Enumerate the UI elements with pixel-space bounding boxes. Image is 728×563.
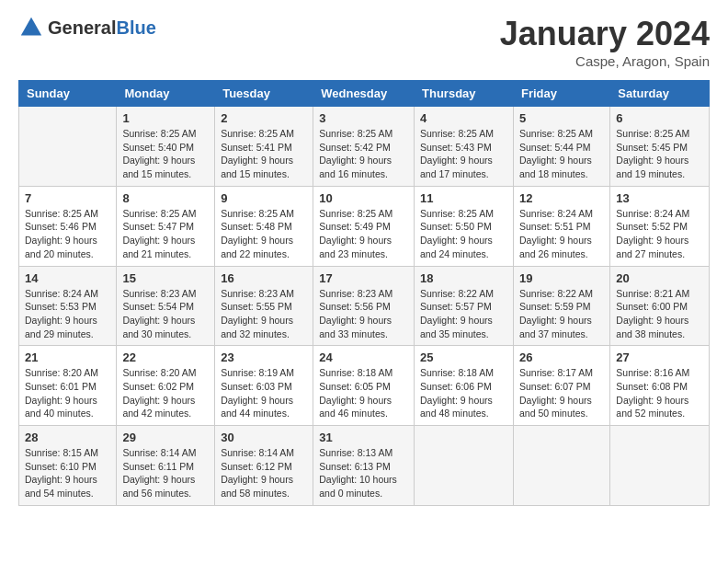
calendar-cell: 10Sunrise: 8:25 AM Sunset: 5:49 PM Dayli… — [313, 186, 415, 266]
logo-text: GeneralBlue — [48, 17, 156, 39]
calendar-cell: 18Sunrise: 8:22 AM Sunset: 5:57 PM Dayli… — [415, 266, 514, 346]
svg-marker-0 — [21, 17, 41, 36]
day-info: Sunrise: 8:25 AM Sunset: 5:48 PM Dayligh… — [221, 207, 307, 261]
header-saturday: Saturday — [610, 81, 710, 107]
calendar-cell: 17Sunrise: 8:23 AM Sunset: 5:56 PM Dayli… — [313, 266, 415, 346]
day-number: 5 — [519, 111, 604, 125]
day-info: Sunrise: 8:16 AM Sunset: 6:08 PM Dayligh… — [616, 366, 703, 420]
calendar-week-5: 28Sunrise: 8:15 AM Sunset: 6:10 PM Dayli… — [19, 426, 710, 506]
day-info: Sunrise: 8:15 AM Sunset: 6:10 PM Dayligh… — [25, 446, 110, 500]
page: GeneralBlue January 2024 Caspe, Aragon, … — [0, 0, 728, 521]
calendar-week-3: 14Sunrise: 8:24 AM Sunset: 5:53 PM Dayli… — [19, 266, 710, 346]
calendar-cell — [610, 426, 710, 506]
day-info: Sunrise: 8:23 AM Sunset: 5:56 PM Dayligh… — [319, 287, 408, 341]
day-number: 27 — [616, 350, 703, 364]
day-info: Sunrise: 8:20 AM Sunset: 6:01 PM Dayligh… — [25, 366, 110, 420]
day-number: 31 — [319, 431, 408, 444]
day-number: 9 — [221, 191, 307, 205]
calendar-cell: 1Sunrise: 8:25 AM Sunset: 5:40 PM Daylig… — [117, 107, 215, 187]
logo: GeneralBlue — [18, 15, 156, 40]
calendar-week-4: 21Sunrise: 8:20 AM Sunset: 6:01 PM Dayli… — [19, 346, 710, 426]
calendar-cell: 8Sunrise: 8:25 AM Sunset: 5:47 PM Daylig… — [117, 186, 215, 266]
calendar-cell: 28Sunrise: 8:15 AM Sunset: 6:10 PM Dayli… — [19, 426, 117, 506]
header-thursday: Thursday — [415, 81, 514, 107]
day-info: Sunrise: 8:23 AM Sunset: 5:55 PM Dayligh… — [221, 287, 307, 341]
day-number: 30 — [221, 431, 307, 444]
day-number: 26 — [519, 350, 604, 364]
day-info: Sunrise: 8:17 AM Sunset: 6:07 PM Dayligh… — [519, 366, 604, 420]
day-number: 17 — [319, 271, 408, 285]
calendar-cell: 16Sunrise: 8:23 AM Sunset: 5:55 PM Dayli… — [215, 266, 313, 346]
day-info: Sunrise: 8:21 AM Sunset: 6:00 PM Dayligh… — [616, 287, 703, 341]
calendar-cell: 11Sunrise: 8:25 AM Sunset: 5:50 PM Dayli… — [415, 186, 514, 266]
calendar-cell: 30Sunrise: 8:14 AM Sunset: 6:12 PM Dayli… — [215, 426, 313, 506]
day-number: 25 — [420, 350, 507, 364]
day-info: Sunrise: 8:14 AM Sunset: 6:11 PM Dayligh… — [122, 446, 209, 500]
day-number: 18 — [420, 271, 507, 285]
day-info: Sunrise: 8:22 AM Sunset: 5:57 PM Dayligh… — [420, 287, 507, 341]
calendar-cell: 14Sunrise: 8:24 AM Sunset: 5:53 PM Dayli… — [19, 266, 117, 346]
day-info: Sunrise: 8:19 AM Sunset: 6:03 PM Dayligh… — [221, 366, 307, 420]
logo-blue: Blue — [116, 17, 155, 38]
day-info: Sunrise: 8:24 AM Sunset: 5:52 PM Dayligh… — [616, 207, 703, 261]
calendar-cell — [415, 426, 514, 506]
calendar-week-2: 7Sunrise: 8:25 AM Sunset: 5:46 PM Daylig… — [19, 186, 710, 266]
header-monday: Monday — [117, 81, 215, 107]
day-number: 11 — [420, 191, 507, 205]
calendar-cell: 27Sunrise: 8:16 AM Sunset: 6:08 PM Dayli… — [610, 346, 710, 426]
day-number: 12 — [519, 191, 604, 205]
header-tuesday: Tuesday — [215, 81, 313, 107]
calendar-week-1: 1Sunrise: 8:25 AM Sunset: 5:40 PM Daylig… — [19, 107, 710, 187]
day-info: Sunrise: 8:14 AM Sunset: 6:12 PM Dayligh… — [221, 446, 307, 500]
header-sunday: Sunday — [19, 81, 117, 107]
calendar-cell: 9Sunrise: 8:25 AM Sunset: 5:48 PM Daylig… — [215, 186, 313, 266]
day-number: 2 — [221, 111, 307, 125]
calendar-cell: 24Sunrise: 8:18 AM Sunset: 6:05 PM Dayli… — [313, 346, 415, 426]
calendar-cell: 6Sunrise: 8:25 AM Sunset: 5:45 PM Daylig… — [610, 107, 710, 187]
calendar-cell: 7Sunrise: 8:25 AM Sunset: 5:46 PM Daylig… — [19, 186, 117, 266]
day-number: 24 — [319, 350, 408, 364]
day-info: Sunrise: 8:18 AM Sunset: 6:06 PM Dayligh… — [420, 366, 507, 420]
day-info: Sunrise: 8:22 AM Sunset: 5:59 PM Dayligh… — [519, 287, 604, 341]
location: Caspe, Aragon, Spain — [500, 53, 710, 69]
calendar-cell: 5Sunrise: 8:25 AM Sunset: 5:44 PM Daylig… — [513, 107, 609, 187]
day-number: 16 — [221, 271, 307, 285]
month-title: January 2024 — [500, 15, 710, 53]
calendar-cell: 3Sunrise: 8:25 AM Sunset: 5:42 PM Daylig… — [313, 107, 415, 187]
day-info: Sunrise: 8:25 AM Sunset: 5:45 PM Dayligh… — [616, 127, 703, 181]
header-friday: Friday — [513, 81, 609, 107]
calendar-cell — [513, 426, 609, 506]
calendar-cell: 4Sunrise: 8:25 AM Sunset: 5:43 PM Daylig… — [415, 107, 514, 187]
day-info: Sunrise: 8:25 AM Sunset: 5:40 PM Dayligh… — [122, 127, 209, 181]
day-info: Sunrise: 8:25 AM Sunset: 5:50 PM Dayligh… — [420, 207, 507, 261]
calendar-cell: 13Sunrise: 8:24 AM Sunset: 5:52 PM Dayli… — [610, 186, 710, 266]
day-number: 20 — [616, 271, 703, 285]
header-wednesday: Wednesday — [313, 81, 415, 107]
day-number: 15 — [122, 271, 209, 285]
day-info: Sunrise: 8:20 AM Sunset: 6:02 PM Dayligh… — [122, 366, 209, 420]
calendar-cell: 31Sunrise: 8:13 AM Sunset: 6:13 PM Dayli… — [313, 426, 415, 506]
calendar-cell: 25Sunrise: 8:18 AM Sunset: 6:06 PM Dayli… — [415, 346, 514, 426]
calendar-cell: 19Sunrise: 8:22 AM Sunset: 5:59 PM Dayli… — [513, 266, 609, 346]
calendar-header-row: Sunday Monday Tuesday Wednesday Thursday… — [19, 81, 710, 107]
day-number: 6 — [616, 111, 703, 125]
title-block: January 2024 Caspe, Aragon, Spain — [500, 15, 710, 69]
day-number: 4 — [420, 111, 507, 125]
header: GeneralBlue January 2024 Caspe, Aragon, … — [18, 15, 710, 69]
day-number: 3 — [319, 111, 408, 125]
calendar-cell: 21Sunrise: 8:20 AM Sunset: 6:01 PM Dayli… — [19, 346, 117, 426]
day-number: 23 — [221, 350, 307, 364]
day-number: 28 — [25, 431, 110, 444]
day-info: Sunrise: 8:24 AM Sunset: 5:51 PM Dayligh… — [519, 207, 604, 261]
day-number: 19 — [519, 271, 604, 285]
day-info: Sunrise: 8:23 AM Sunset: 5:54 PM Dayligh… — [122, 287, 209, 341]
calendar-cell: 29Sunrise: 8:14 AM Sunset: 6:11 PM Dayli… — [117, 426, 215, 506]
day-number: 13 — [616, 191, 703, 205]
calendar-cell: 22Sunrise: 8:20 AM Sunset: 6:02 PM Dayli… — [117, 346, 215, 426]
day-number: 29 — [122, 431, 209, 444]
calendar-cell: 15Sunrise: 8:23 AM Sunset: 5:54 PM Dayli… — [117, 266, 215, 346]
calendar: Sunday Monday Tuesday Wednesday Thursday… — [18, 80, 710, 506]
day-number: 10 — [319, 191, 408, 205]
day-info: Sunrise: 8:13 AM Sunset: 6:13 PM Dayligh… — [319, 446, 408, 500]
day-info: Sunrise: 8:25 AM Sunset: 5:47 PM Dayligh… — [122, 207, 209, 261]
